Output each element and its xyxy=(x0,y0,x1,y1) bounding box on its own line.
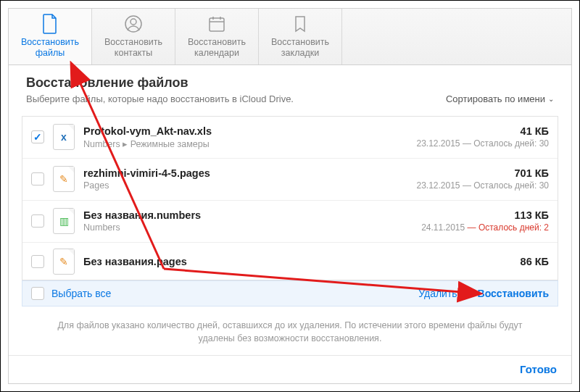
select-all-link[interactable]: Выбрать все xyxy=(51,288,111,299)
footer: Готово xyxy=(9,355,571,383)
file-location: Numbers xyxy=(83,222,413,233)
file-icon xyxy=(40,14,60,34)
select-all-checkbox[interactable] xyxy=(31,287,44,300)
delete-link[interactable]: Удалить xyxy=(418,288,457,299)
file-meta: 701 КБ 23.12.2015 — Осталось дней: 30 xyxy=(416,167,549,191)
panel: Восстановить файлы Восстановить контакты… xyxy=(8,8,572,384)
file-type-icon: ✎ xyxy=(53,166,75,192)
file-location: Pages xyxy=(83,180,407,191)
checkbox[interactable] xyxy=(31,130,44,143)
tab-restore-bookmarks[interactable]: Восстановить закладки xyxy=(259,9,342,64)
tab-restore-files[interactable]: Восстановить файлы xyxy=(9,9,92,64)
file-type-icon: x xyxy=(53,124,75,150)
checkbox[interactable] xyxy=(31,214,44,228)
svg-point-1 xyxy=(130,19,136,25)
file-location: Numbers ▸ Режимные замеры xyxy=(83,138,407,149)
tab-label: контакты xyxy=(115,48,152,59)
sort-dropdown[interactable]: Сортировать по имени ⌄ xyxy=(446,93,554,104)
file-row[interactable]: ✎ Без названия.pages 86 КБ xyxy=(22,243,558,280)
tab-label: Восстановить xyxy=(104,37,162,48)
file-row[interactable]: ▥ Без названия.numbers Numbers 113 КБ 24… xyxy=(22,201,558,243)
tab-label: закладки xyxy=(281,48,319,59)
svg-rect-2 xyxy=(210,18,224,31)
tab-label: Восстановить xyxy=(188,37,246,48)
file-info: Без названия.pages xyxy=(83,256,512,267)
file-date-remaining: 23.12.2015 — Осталось дней: 30 xyxy=(416,180,549,191)
file-size: 41 КБ xyxy=(416,125,549,137)
file-size: 86 КБ xyxy=(521,256,549,267)
tab-label: файлы xyxy=(36,48,65,59)
file-type-icon: ✎ xyxy=(53,249,75,275)
file-size: 701 КБ xyxy=(416,167,549,179)
page-subtitle: Выберите файлы, которые надо восстановит… xyxy=(26,93,294,104)
contact-icon xyxy=(123,14,144,34)
file-row[interactable]: ✎ rezhimni-vimiri-4-5.pages Pages 701 КБ… xyxy=(22,159,558,201)
tab-label: Восстановить xyxy=(271,37,329,48)
file-row[interactable]: x Protokol-vym_Akt-nav.xls Numbers ▸ Реж… xyxy=(22,117,558,159)
file-name: Protokol-vym_Akt-nav.xls xyxy=(83,125,407,137)
page-title: Восстановление файлов xyxy=(26,75,554,91)
file-name: Без названия.numbers xyxy=(83,209,413,221)
tab-restore-calendars[interactable]: Восстановить календари xyxy=(175,9,259,64)
done-button[interactable]: Готово xyxy=(520,363,557,375)
file-type-icon: ▥ xyxy=(53,208,75,234)
subheader-row: Выберите файлы, которые надо восстановит… xyxy=(26,93,554,104)
action-bar: Выбрать все Удалить Восстановить xyxy=(22,280,558,306)
section-header: Восстановление файлов Выберите файлы, ко… xyxy=(9,65,571,109)
app-window: Восстановить файлы Восстановить контакты… xyxy=(0,0,580,392)
file-info: Protokol-vym_Akt-nav.xls Numbers ▸ Режим… xyxy=(83,125,407,149)
tab-restore-contacts[interactable]: Восстановить контакты xyxy=(92,9,175,64)
file-size: 113 КБ xyxy=(421,209,549,221)
tab-bar: Восстановить файлы Восстановить контакты… xyxy=(9,9,571,65)
file-name: rezhimni-vimiri-4-5.pages xyxy=(83,167,407,179)
file-meta: 41 КБ 23.12.2015 — Осталось дней: 30 xyxy=(416,125,549,149)
chevron-down-icon: ⌄ xyxy=(548,95,554,103)
file-name: Без названия.pages xyxy=(83,256,512,267)
file-date-remaining: 24.11.2015 — Осталось дней: 2 xyxy=(421,222,549,233)
file-meta: 113 КБ 24.11.2015 — Осталось дней: 2 xyxy=(421,209,549,233)
tab-label: Восстановить xyxy=(21,37,79,48)
sort-label: Сортировать по имени xyxy=(446,93,545,104)
restore-link[interactable]: Восстановить xyxy=(478,288,549,299)
bookmark-icon xyxy=(290,14,310,34)
calendar-icon xyxy=(207,14,227,34)
file-info: Без названия.numbers Numbers xyxy=(83,209,413,233)
tab-label: календари xyxy=(194,48,239,59)
file-info: rezhimni-vimiri-4-5.pages Pages xyxy=(83,167,407,191)
checkbox[interactable] xyxy=(31,172,44,185)
checkbox[interactable] xyxy=(31,255,44,268)
file-meta: 86 КБ xyxy=(521,256,549,267)
file-list: x Protokol-vym_Akt-nav.xls Numbers ▸ Реж… xyxy=(22,116,558,280)
info-note: Для файлов указано количество дней, оста… xyxy=(9,306,571,355)
file-date-remaining: 23.12.2015 — Осталось дней: 30 xyxy=(416,138,549,149)
